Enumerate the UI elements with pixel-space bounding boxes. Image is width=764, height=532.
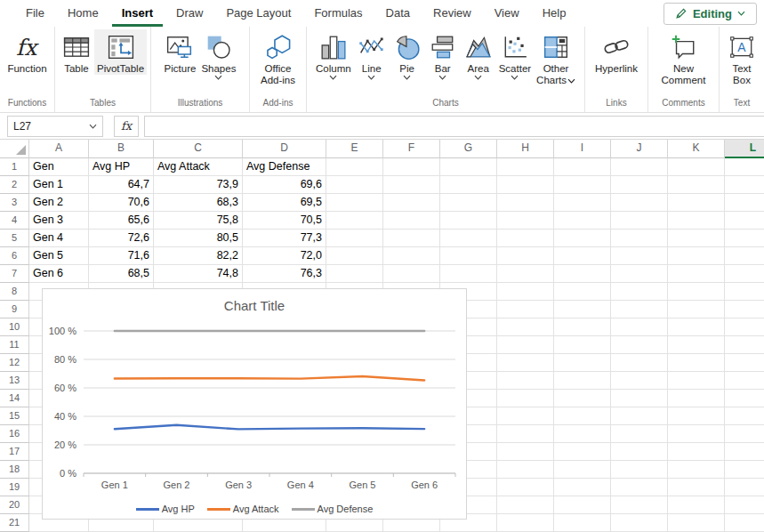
cell-B7[interactable]: 68,5 (89, 265, 154, 283)
cell-A3[interactable]: Gen 2 (29, 194, 89, 212)
cell-I2[interactable] (554, 176, 611, 194)
office-addins-button[interactable]: Office Add-ins (258, 29, 298, 86)
legend-item-avg-defense[interactable]: Avg Defense (292, 504, 374, 514)
hyperlink-button[interactable]: Hyperlink (592, 29, 640, 75)
cell-L3[interactable] (725, 194, 764, 212)
chart-legend[interactable]: Avg HPAvg AttackAvg Defense (43, 504, 466, 514)
cell-L12[interactable] (725, 354, 764, 372)
cell-C4[interactable]: 75,8 (154, 212, 243, 230)
editing-mode-button[interactable]: Editing (663, 3, 757, 25)
row-header-20[interactable]: 20 (0, 496, 29, 514)
row-header-15[interactable]: 15 (0, 407, 29, 425)
cell-J13[interactable] (611, 372, 668, 390)
cell-H12[interactable] (497, 354, 554, 372)
cell-J17[interactable] (611, 443, 668, 461)
select-all-corner[interactable] (0, 140, 29, 158)
column-header-K[interactable]: K (668, 140, 725, 158)
cell-K16[interactable] (668, 425, 725, 443)
cell-C2[interactable]: 73,9 (154, 176, 243, 194)
cell-I20[interactable] (554, 496, 611, 514)
row-header-1[interactable]: 1 (0, 158, 29, 176)
cell-J14[interactable] (611, 390, 668, 407)
column-header-A[interactable]: A (29, 140, 89, 158)
row-header-19[interactable]: 19 (0, 479, 29, 496)
cell-L6[interactable] (725, 247, 764, 265)
cell-J6[interactable] (611, 247, 668, 265)
cell-K10[interactable] (668, 318, 725, 336)
cell-D1[interactable]: Avg Defense (243, 158, 326, 176)
cell-I21[interactable] (554, 514, 611, 532)
cell-F2[interactable] (383, 176, 440, 194)
cell-G1[interactable] (440, 158, 497, 176)
cell-K12[interactable] (668, 354, 725, 372)
cell-H11[interactable] (497, 336, 554, 354)
cell-L9[interactable] (725, 301, 764, 318)
column-header-G[interactable]: G (440, 140, 497, 158)
cell-K17[interactable] (668, 443, 725, 461)
cell-J16[interactable] (611, 425, 668, 443)
cell-K5[interactable] (668, 230, 725, 247)
cell-K20[interactable] (668, 496, 725, 514)
cell-I19[interactable] (554, 479, 611, 496)
insert-function-button[interactable]: fx (114, 116, 139, 137)
cell-E6[interactable] (326, 247, 383, 265)
cell-J20[interactable] (611, 496, 668, 514)
cell-J8[interactable] (611, 283, 668, 301)
cell-L15[interactable] (725, 407, 764, 425)
cell-E3[interactable] (326, 194, 383, 212)
cell-H18[interactable] (497, 461, 554, 479)
column-header-F[interactable]: F (383, 140, 440, 158)
cell-L11[interactable] (725, 336, 764, 354)
cell-D5[interactable]: 77,3 (243, 230, 326, 247)
cell-J15[interactable] (611, 407, 668, 425)
cell-C6[interactable]: 82,2 (154, 247, 243, 265)
cell-I8[interactable] (554, 283, 611, 301)
cell-H20[interactable] (497, 496, 554, 514)
cell-H13[interactable] (497, 372, 554, 390)
cell-L8[interactable] (725, 283, 764, 301)
cell-F6[interactable] (383, 247, 440, 265)
cell-L5[interactable] (725, 230, 764, 247)
cell-J18[interactable] (611, 461, 668, 479)
cell-H15[interactable] (497, 407, 554, 425)
cell-H4[interactable] (497, 212, 554, 230)
cell-G6[interactable] (440, 247, 497, 265)
bar-chart-button[interactable]: Bar (425, 29, 461, 84)
tab-review[interactable]: Review (423, 0, 481, 27)
cell-K14[interactable] (668, 390, 725, 407)
row-header-4[interactable]: 4 (0, 212, 29, 230)
cell-I6[interactable] (554, 247, 611, 265)
cell-G5[interactable] (440, 230, 497, 247)
cell-I5[interactable] (554, 230, 611, 247)
cell-H17[interactable] (497, 443, 554, 461)
cell-H16[interactable] (497, 425, 554, 443)
cell-D2[interactable]: 69,6 (243, 176, 326, 194)
pie-chart-button[interactable]: Pie (390, 29, 425, 84)
cell-L21[interactable] (725, 514, 764, 532)
text-box-button[interactable]: A Text Box (724, 29, 760, 86)
row-header-18[interactable]: 18 (0, 461, 29, 479)
cell-J4[interactable] (611, 212, 668, 230)
cell-L2[interactable] (725, 176, 764, 194)
cell-F1[interactable] (383, 158, 440, 176)
cell-J7[interactable] (611, 265, 668, 283)
cell-H19[interactable] (497, 479, 554, 496)
row-header-13[interactable]: 13 (0, 372, 29, 390)
shapes-button[interactable]: Shapes (198, 29, 238, 84)
new-comment-button[interactable]: New Comment (659, 29, 709, 86)
cell-D7[interactable]: 76,3 (243, 265, 326, 283)
cell-K11[interactable] (668, 336, 725, 354)
cell-B5[interactable]: 72,6 (89, 230, 154, 247)
row-header-7[interactable]: 7 (0, 265, 29, 283)
cell-J12[interactable] (611, 354, 668, 372)
tab-draw[interactable]: Draw (166, 0, 213, 27)
cell-A1[interactable]: Gen (29, 158, 89, 176)
cell-D6[interactable]: 72,0 (243, 247, 326, 265)
column-header-L[interactable]: L (725, 140, 764, 158)
legend-item-avg-attack[interactable]: Avg Attack (207, 504, 279, 514)
cell-J10[interactable] (611, 318, 668, 336)
cell-L1[interactable] (725, 158, 764, 176)
cell-E2[interactable] (326, 176, 383, 194)
cell-H10[interactable] (497, 318, 554, 336)
cell-A5[interactable]: Gen 4 (29, 230, 89, 247)
